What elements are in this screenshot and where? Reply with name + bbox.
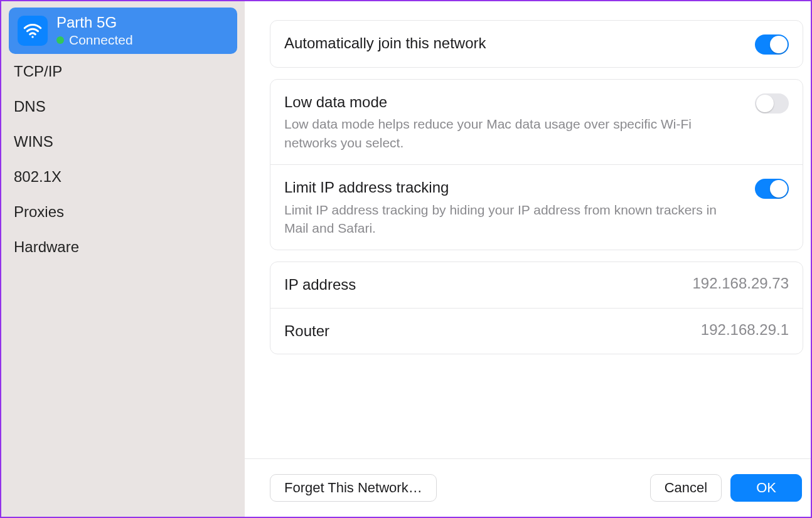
status-dot-icon xyxy=(56,36,64,44)
ip-address-label: IP address xyxy=(284,275,356,295)
sidebar-item-tcpip[interactable]: TCP/IP xyxy=(9,54,237,89)
auto-join-title: Automatically join this network xyxy=(284,33,742,53)
sidebar-item-proxies[interactable]: Proxies xyxy=(9,194,237,230)
main-panel: Automatically join this network Low data… xyxy=(245,1,811,517)
low-data-title: Low data mode xyxy=(284,92,742,112)
settings-content: Automatically join this network Low data… xyxy=(245,1,811,458)
low-data-desc: Low data mode helps reduce your Mac data… xyxy=(284,115,742,152)
limit-ip-title: Limit IP address tracking xyxy=(284,177,742,198)
ok-button[interactable]: OK xyxy=(730,474,802,502)
limit-ip-toggle[interactable] xyxy=(755,179,789,199)
cancel-button[interactable]: Cancel xyxy=(650,474,722,502)
ip-address-value: 192.168.29.73 xyxy=(693,275,789,292)
sidebar-item-wins[interactable]: WINS xyxy=(9,124,237,159)
sidebar-network-item[interactable]: Parth 5G Connected xyxy=(9,8,237,54)
footer-bar: Forget This Network… Cancel OK xyxy=(245,458,811,517)
network-name: Parth 5G xyxy=(56,14,133,31)
low-data-toggle[interactable] xyxy=(755,93,789,114)
router-value: 192.168.29.1 xyxy=(701,321,789,339)
limit-ip-desc: Limit IP address tracking by hiding your… xyxy=(284,201,742,238)
router-label: Router xyxy=(284,321,329,341)
forget-network-button[interactable]: Forget This Network… xyxy=(270,474,437,502)
sidebar-item-8021x[interactable]: 802.1X xyxy=(9,159,237,194)
sidebar-item-dns[interactable]: DNS xyxy=(9,89,237,124)
card-data-privacy: Low data mode Low data mode helps reduce… xyxy=(270,79,803,250)
card-auto-join: Automatically join this network xyxy=(270,20,803,68)
network-status: Connected xyxy=(69,33,133,48)
auto-join-toggle[interactable] xyxy=(755,34,789,55)
svg-point-0 xyxy=(31,36,33,38)
network-info: Parth 5G Connected xyxy=(56,14,133,48)
wifi-icon xyxy=(18,16,48,46)
sidebar: Parth 5G Connected TCP/IP DNS WINS 802.1… xyxy=(1,1,245,517)
sidebar-item-hardware[interactable]: Hardware xyxy=(9,230,237,265)
card-network-info: IP address 192.168.29.73 Router 192.168.… xyxy=(270,262,803,354)
